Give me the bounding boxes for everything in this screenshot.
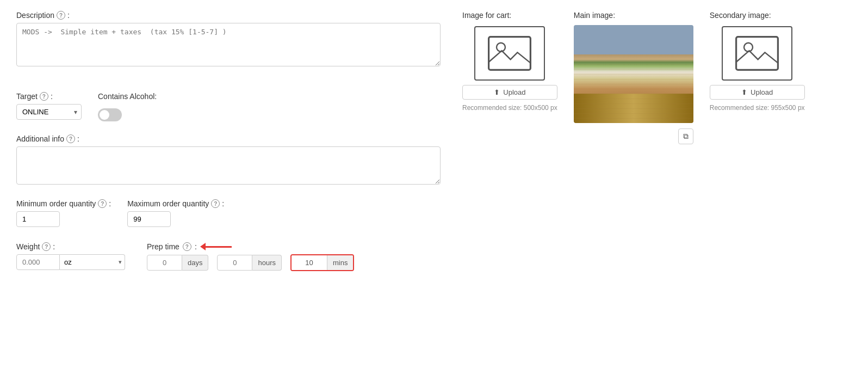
- prep-mins-group: mins: [290, 254, 354, 271]
- min-qty-help-icon[interactable]: ?: [98, 199, 107, 208]
- contains-alcohol-toggle[interactable]: [98, 108, 122, 121]
- target-select[interactable]: ONLINE INSTORE BOTH: [16, 104, 82, 120]
- description-label: Description: [16, 11, 54, 20]
- additional-info-textarea[interactable]: [16, 146, 441, 185]
- copy-main-image-btn[interactable]: ⧉: [678, 128, 693, 144]
- description-help-icon[interactable]: ?: [57, 11, 65, 20]
- toggle-slider: [98, 108, 122, 121]
- additional-info-help-icon[interactable]: ?: [66, 134, 75, 143]
- secondary-image-label: Secondary image:: [710, 11, 771, 20]
- main-image-label: Main image:: [574, 11, 615, 20]
- main-image-section: Main image: ⧉: [574, 11, 693, 271]
- prep-hours-unit: hours: [252, 255, 282, 271]
- secondary-image-placeholder: [722, 26, 792, 81]
- upload-icon: ⬆: [494, 88, 500, 96]
- prep-time-arrow-indicator: [200, 243, 232, 250]
- image-for-cart-recommended: Recommended size: 500x500 px: [462, 104, 557, 112]
- image-for-cart-section: Image for cart: ⬆ Upload Recommended siz…: [462, 11, 557, 271]
- max-qty-input[interactable]: [127, 211, 171, 227]
- prep-hours-group: hours: [217, 255, 286, 271]
- weight-input[interactable]: [16, 254, 60, 270]
- prep-time-help-icon[interactable]: ?: [183, 242, 191, 251]
- prep-time-label: Prep time: [147, 242, 179, 251]
- description-textarea[interactable]: [16, 23, 441, 66]
- prep-mins-input[interactable]: [292, 255, 327, 270]
- image-placeholder-icon: [488, 34, 531, 72]
- image-for-cart-placeholder: [474, 26, 545, 81]
- prep-days-input[interactable]: [147, 255, 182, 271]
- secondary-upload-label: Upload: [751, 88, 773, 96]
- target-label: Target: [16, 92, 38, 101]
- min-qty-label: Minimum order quantity: [16, 199, 96, 208]
- contains-alcohol-label: Contains Alcohol:: [98, 92, 157, 101]
- max-qty-help-icon[interactable]: ?: [211, 199, 220, 208]
- svg-rect-0: [489, 37, 531, 70]
- secondary-image-section: Secondary image: ⬆ Upload Recommended si…: [710, 11, 805, 271]
- upload-label: Upload: [503, 88, 525, 96]
- additional-info-label: Additional info: [16, 134, 64, 143]
- prep-mins-unit: mins: [327, 255, 353, 270]
- prep-hours-input[interactable]: [217, 255, 252, 271]
- image-for-cart-upload-btn[interactable]: ⬆ Upload: [462, 85, 557, 100]
- secondary-upload-icon: ⬆: [741, 88, 747, 96]
- secondary-image-placeholder-icon: [735, 34, 779, 72]
- prep-days-unit: days: [182, 255, 208, 271]
- main-image-display: [574, 25, 693, 123]
- target-help-icon[interactable]: ?: [40, 92, 48, 101]
- weight-unit-select[interactable]: oz kg lb g: [60, 254, 125, 270]
- max-qty-label: Maximum order quantity: [127, 199, 209, 208]
- svg-rect-2: [736, 37, 778, 70]
- secondary-image-upload-btn[interactable]: ⬆ Upload: [710, 85, 805, 100]
- min-qty-input[interactable]: [16, 211, 60, 227]
- secondary-image-recommended: Recommended size: 955x500 px: [710, 104, 805, 112]
- prep-days-group: days: [147, 255, 213, 271]
- weight-label: Weight: [16, 242, 40, 251]
- sandwich-background: [574, 25, 693, 123]
- image-for-cart-label: Image for cart:: [462, 11, 511, 20]
- weight-help-icon[interactable]: ?: [42, 242, 51, 251]
- sandwich-texture: [574, 64, 693, 123]
